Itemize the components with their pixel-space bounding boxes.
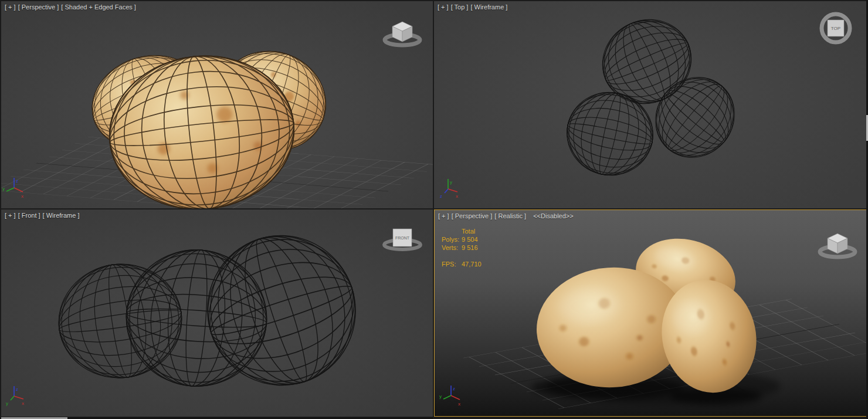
axis-y-line (6, 188, 14, 191)
stats-fps-label: FPS: (442, 261, 456, 268)
viewport-label: [ + ] [ Front ] [ Wireframe ] (5, 212, 80, 219)
stats-polys-label: Polys: (442, 236, 459, 243)
viewport-perspective-shaded[interactable]: z x y [ + ] [ Perspective ] [ Shaded + E… (1, 1, 433, 208)
axis-z-label: z (16, 387, 18, 392)
axis-x-line (14, 188, 23, 192)
viewport-menu-pov[interactable]: [ Front ] (18, 212, 40, 219)
axis-z-label: z (440, 194, 442, 199)
viewport-menu-shading[interactable]: [ Shaded + Edged Faces ] (61, 4, 136, 11)
viewport-perspective-realistic-active[interactable]: z x y [ + ] [ Perspective ] [ Realistic … (434, 210, 867, 417)
viewport-statistics: Total Polys: 9 504 Verts: 9 516 FPS: 47,… (435, 210, 587, 281)
viewport-menu-shading[interactable]: [ Wireframe ] (43, 212, 80, 219)
viewport-menu-pov[interactable]: [ Top ] (451, 4, 469, 11)
axis-gizmo: y x z (440, 179, 458, 199)
axis-z-line (445, 189, 448, 193)
viewport-menu-shading[interactable]: [ Wireframe ] (470, 4, 507, 11)
potato-wireframe[interactable] (188, 217, 375, 405)
viewcube-face-label: TOP (831, 26, 840, 31)
axis-x-line (451, 396, 460, 400)
axis-gizmo: z x y (2, 178, 23, 199)
axis-gizmo: z x y (6, 386, 24, 406)
viewport-top-wireframe[interactable]: TOP y x z [ + ] [ Top ] [ Wireframe ] (434, 1, 867, 208)
axis-z-label: z (453, 386, 455, 391)
stats-verts-label: Verts: (442, 244, 458, 251)
stats-total-header: Total (462, 228, 475, 235)
axis-x-label: x (21, 194, 23, 199)
potato-wireframe[interactable] (589, 6, 704, 118)
viewcube[interactable] (385, 22, 420, 45)
axis-y-line (11, 396, 14, 400)
viewcube[interactable]: TOP (822, 14, 850, 42)
viewport-menu-general[interactable]: [ + ] (5, 4, 16, 11)
axis-gizmo: z x y (439, 386, 460, 407)
axis-y-label: y (6, 401, 8, 406)
axis-z-label: z (16, 178, 18, 184)
axis-x-label: x (456, 194, 458, 199)
stats-verts-value: 9 516 (462, 244, 478, 251)
axis-x-line (448, 189, 457, 192)
axis-x-label: x (458, 401, 460, 407)
viewcube[interactable] (820, 234, 855, 257)
potato-wireframe[interactable] (639, 61, 751, 174)
viewcube-face-label: FRONT (395, 236, 410, 240)
viewcube[interactable]: FRONT (384, 229, 421, 249)
viewport-menu-general[interactable]: [ + ] (438, 4, 449, 11)
stats-fps-value: 47,710 (462, 261, 482, 268)
axis-y-label: y (2, 186, 5, 191)
axis-y-label: y (450, 180, 452, 185)
stats-polys-value: 9 504 (462, 236, 478, 243)
axis-x-label: x (22, 401, 24, 406)
viewport-menu-pov[interactable]: [ Perspective ] (18, 4, 59, 11)
axis-x-line (14, 396, 23, 399)
viewport-label: [ + ] [ Top ] [ Wireframe ] (438, 4, 507, 11)
axis-y-line (443, 396, 451, 399)
viewport-menu-general[interactable]: [ + ] (5, 212, 16, 219)
max-viewport-layout: z x y [ + ] [ Perspective ] [ Shaded + E… (0, 0, 868, 419)
viewport-front-wireframe[interactable]: FRONT z x y [ + ] [ Front ] [ Wireframe … (1, 210, 433, 417)
axis-y-label: y (439, 394, 442, 399)
viewport-label: [ + ] [ Perspective ] [ Shaded + Edged F… (5, 4, 136, 11)
